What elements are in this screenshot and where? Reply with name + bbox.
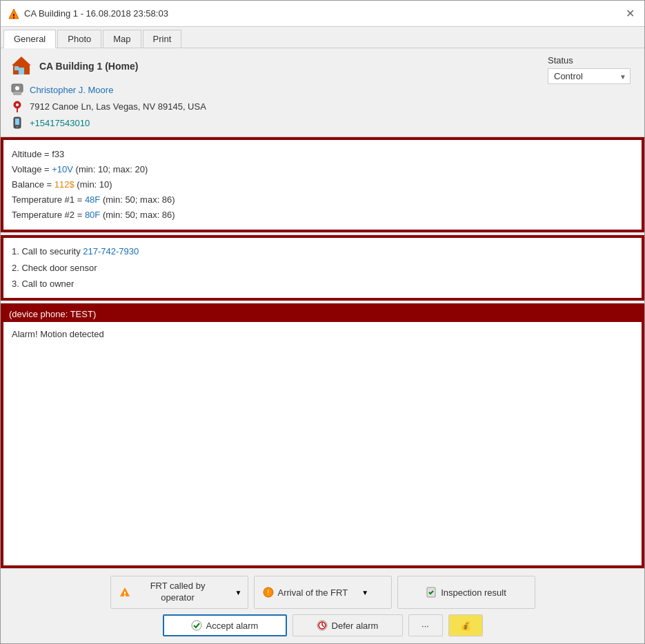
frt-arrival-icon: !: [263, 587, 274, 598]
sensor-section: Altitude = f33 Voltage = +10V (min: 10; …: [1, 137, 644, 232]
svg-rect-14: [15, 119, 19, 125]
building-row: CA Building 1 (Home): [10, 55, 635, 77]
svg-point-8: [15, 86, 19, 90]
balance-line: Balance = 112$ (min: 10): [12, 177, 633, 192]
accept-icon: [191, 620, 202, 631]
more-button[interactable]: ···: [408, 614, 443, 636]
frt-arrival-button[interactable]: ! Arrival of the FRT: [255, 576, 357, 608]
alarm-text: Alarm! Motion detected: [12, 329, 104, 339]
main-content: CA Building 1 (Home) Christopher J. Moor…: [1, 48, 644, 643]
svg-rect-18: [124, 595, 126, 596]
inspection-result-button[interactable]: Inspection result: [397, 576, 535, 609]
frt-arrival-dropdown[interactable]: ▼: [356, 576, 374, 608]
tab-photo[interactable]: Photo: [57, 30, 101, 48]
frt-called-button[interactable]: FRT called by operator: [111, 576, 230, 608]
frt-called-dropdown[interactable]: ▼: [230, 576, 248, 608]
action-item-3: 3. Call to owner: [12, 276, 633, 292]
actions-section: 1. Call to security 217-742-7930 2. Chec…: [1, 235, 644, 300]
address-text: 7912 Canoe Ln, Las Vegas, NV 89145, USA: [30, 101, 206, 112]
frt-called-split: FRT called by operator ▼: [110, 576, 248, 609]
temp2-line: Temperature #2 = 80F (min: 50; max: 86): [12, 208, 633, 223]
window-title: CA Building 1 - 16.08.2018 23:58:03: [24, 8, 168, 19]
defer-alarm-label: Defer alarm: [332, 621, 379, 631]
svg-point-15: [17, 126, 18, 128]
alarm-panel: Alarm! Motion detected: [3, 322, 642, 566]
frt-called-icon: [119, 587, 130, 598]
location-icon: [10, 99, 24, 113]
info-section: CA Building 1 (Home) Christopher J. Moor…: [1, 48, 644, 137]
status-select[interactable]: Control Disarmed Armed: [548, 68, 631, 84]
accept-alarm-label: Accept alarm: [206, 621, 259, 631]
defer-alarm-button[interactable]: Defer alarm: [292, 614, 403, 636]
building-name: CA Building 1 (Home): [39, 61, 138, 72]
alarm-section: (device phone: TEST) Alarm! Motion detec…: [1, 303, 644, 569]
svg-rect-5: [19, 68, 24, 74]
tabs-bar: General Photo Map Print: [1, 27, 644, 48]
bottom-buttons: FRT called by operator ▼ ! Arrival of t: [1, 568, 644, 643]
frt-arrival-label: Arrival of the FRT: [278, 587, 348, 598]
more-label: ···: [421, 621, 429, 631]
device-bar: (device phone: TEST): [3, 306, 642, 322]
bottom-btn-row: Accept alarm Defer alarm: [9, 614, 636, 636]
address-row: 7912 Canoe Ln, Las Vegas, NV 89145, USA: [10, 99, 635, 113]
accept-alarm-button[interactable]: Accept alarm: [163, 614, 287, 636]
status-label: Status: [548, 55, 631, 66]
actions-panel: 1. Call to security 217-742-7930 2. Chec…: [3, 238, 642, 297]
tab-general[interactable]: General: [3, 30, 56, 48]
info-rows: Christopher J. Moore 7912 Canoe Ln, Las …: [10, 83, 635, 130]
close-button[interactable]: ✕: [623, 7, 637, 20]
action-item-1: 1. Call to security 217-742-7930: [12, 243, 633, 259]
svg-rect-1: [13, 14, 14, 17]
svg-rect-17: [124, 592, 126, 594]
title-bar-left: CA Building 1 - 16.08.2018 23:58:03: [8, 8, 168, 20]
status-select-wrapper: Control Disarmed Armed ▼: [548, 68, 631, 84]
person-name: Christopher J. Moore: [30, 85, 113, 95]
phone-row: +15417543010: [10, 116, 635, 130]
svg-point-11: [16, 103, 19, 106]
extra-button[interactable]: 💰: [448, 614, 483, 636]
extra-icon: 💰: [460, 621, 471, 631]
person-icon: [10, 83, 24, 97]
top-btn-row: FRT called by operator ▼ ! Arrival of t: [9, 576, 636, 609]
frt-called-label: FRT called by operator: [135, 581, 221, 604]
main-window: CA Building 1 - 16.08.2018 23:58:03 ✕ Ge…: [0, 0, 645, 644]
device-info-text: (device phone: TEST): [9, 309, 96, 319]
action-item-2: 2. Check door sensor: [12, 260, 633, 276]
temp2-value: 80F: [85, 210, 100, 220]
svg-marker-4: [12, 57, 31, 66]
altitude-line: Altitude = f33: [12, 147, 633, 162]
sensor-panel: Altitude = f33 Voltage = +10V (min: 10; …: [3, 140, 642, 230]
person-row: Christopher J. Moore: [10, 83, 635, 97]
temp1-value: 48F: [85, 194, 100, 205]
inspection-icon: [426, 587, 437, 598]
svg-rect-6: [14, 66, 19, 70]
house-icon: [10, 55, 32, 77]
title-bar: CA Building 1 - 16.08.2018 23:58:03 ✕: [1, 1, 644, 27]
phone-text: +15417543010: [30, 118, 90, 128]
svg-rect-2: [13, 17, 14, 19]
sections-container: Altitude = f33 Voltage = +10V (min: 10; …: [1, 137, 644, 568]
status-area: Status Control Disarmed Armed ▼: [548, 55, 631, 84]
temp1-line: Temperature #1 = 48F (min: 50; max: 86): [12, 192, 633, 208]
svg-point-22: [192, 621, 201, 630]
frt-arrival-split: ! Arrival of the FRT ▼: [254, 576, 392, 609]
app-icon: [8, 8, 20, 20]
voltage-value: +10V: [52, 164, 73, 174]
svg-rect-9: [13, 92, 21, 95]
svg-text:!: !: [267, 589, 269, 596]
action-phone-link[interactable]: 217-742-7930: [83, 246, 139, 256]
balance-value: 112$: [54, 179, 75, 190]
tab-print[interactable]: Print: [143, 30, 182, 48]
phone-icon: [10, 116, 24, 130]
inspection-label: Inspection result: [441, 587, 506, 598]
voltage-line: Voltage = +10V (min: 10; max: 20): [12, 162, 633, 177]
tab-map[interactable]: Map: [103, 30, 141, 48]
defer-icon: [317, 620, 328, 631]
